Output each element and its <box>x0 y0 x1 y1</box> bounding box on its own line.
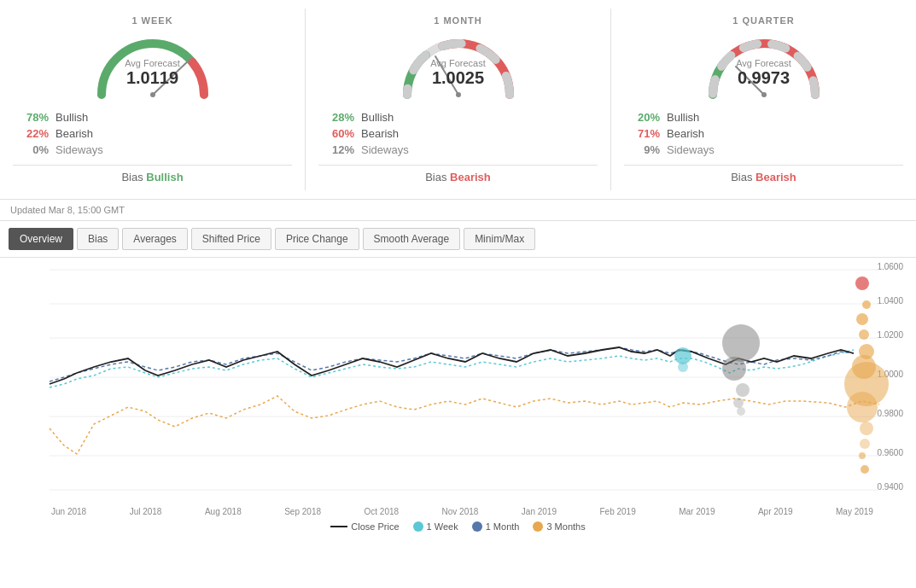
bias-1month: Bias Bearish <box>425 171 491 183</box>
gauge-label-1week: Avg Forecast <box>89 58 217 68</box>
bearish-row-1quarter: 71% Bearish <box>633 127 895 140</box>
bias-text-1month: Bias <box>425 171 450 183</box>
bearish-row-1week: 22% Bearish <box>21 127 283 140</box>
tab-price-change[interactable]: Price Change <box>275 228 359 250</box>
chart-wrapper: 1.0600 1.0400 1.0200 1.0000 0.9800 0.960… <box>9 258 907 505</box>
bearish-row-1month: 60% Bearish <box>327 127 589 140</box>
svg-point-5 <box>761 92 767 97</box>
bias-value-1month: Bearish <box>450 171 491 183</box>
svg-text:1.0400: 1.0400 <box>877 296 903 306</box>
legend-1week: 1 Week <box>413 521 458 532</box>
tab-smooth-average[interactable]: Smooth Average <box>363 228 461 250</box>
svg-point-34 <box>847 392 878 422</box>
tab-averages[interactable]: Averages <box>122 228 187 250</box>
svg-point-25 <box>733 398 744 408</box>
svg-point-27 <box>855 277 869 290</box>
svg-point-22 <box>722 324 760 362</box>
svg-point-23 <box>722 357 746 381</box>
x-axis-labels: Jun 2018 Jul 2018 Aug 2018 Sep 2018 Oct … <box>9 505 907 516</box>
x-label-feb2019: Feb 2019 <box>599 507 635 516</box>
legend-1week-label: 1 Week <box>427 521 458 532</box>
x-label-mar2019: Mar 2019 <box>679 507 715 516</box>
chart-legend: Close Price 1 Week 1 Month 3 Months <box>9 516 907 535</box>
svg-point-28 <box>862 300 871 309</box>
legend-1month-icon <box>472 521 482 532</box>
bullish-pct-1quarter: 20% <box>633 111 660 124</box>
x-label-jun2018: Jun 2018 <box>51 507 86 516</box>
svg-point-37 <box>859 452 866 459</box>
svg-text:1.0600: 1.0600 <box>877 262 903 271</box>
gauge-text-1week: Avg Forecast 1.0119 <box>89 58 217 88</box>
legend-close-price-icon <box>330 526 347 527</box>
bias-text-1week: Bias <box>121 171 146 183</box>
svg-point-35 <box>860 422 873 435</box>
gauge-text-1quarter: Avg Forecast 0.9973 <box>700 58 828 88</box>
svg-text:1.0200: 1.0200 <box>877 330 903 340</box>
gauge-text-1month: Avg Forecast 1.0025 <box>394 58 522 88</box>
tab-shifted-price[interactable]: Shifted Price <box>191 228 271 250</box>
tab-overview[interactable]: Overview <box>9 228 73 250</box>
legend-3months-icon <box>533 521 543 532</box>
gauge-value-1quarter: 0.9973 <box>700 68 828 88</box>
updated-bar: Updated Mar 8, 15:00 GMT <box>0 200 916 221</box>
gauge-1week: Avg Forecast 1.0119 <box>89 31 217 99</box>
legend-1month-label: 1 Month <box>486 521 520 532</box>
panel-1week: 1 WEEK Avg Forecast 1.0119 78% Bullis <box>0 9 306 190</box>
tab-minim-max[interactable]: Minim/Max <box>464 228 535 250</box>
tab-bar: Overview Bias Averages Shifted Price Pri… <box>0 221 916 258</box>
bearish-label-1week: Bearish <box>55 127 93 140</box>
period-label-1month: 1 MONTH <box>434 15 482 26</box>
svg-text:0.9800: 0.9800 <box>877 409 903 418</box>
chart-area: 1.0600 1.0400 1.0200 1.0000 0.9800 0.960… <box>0 258 916 535</box>
gauge-value-1week: 1.0119 <box>89 68 217 88</box>
bearish-label-1quarter: Bearish <box>667 127 704 140</box>
svg-text:0.9600: 0.9600 <box>877 448 903 457</box>
x-label-sep2018: Sep 2018 <box>284 507 321 516</box>
bullish-pct-1week: 78% <box>21 111 49 124</box>
sideways-row-1month: 12% Sideways <box>327 143 589 156</box>
bullish-row-1month: 28% Bullish <box>327 111 589 124</box>
panel-1quarter: 1 QUARTER Avg Forecast 0.9973 20% Bullis… <box>611 9 916 190</box>
x-label-nov2018: Nov 2018 <box>442 507 479 516</box>
legend-1month: 1 Month <box>472 521 520 532</box>
gauge-label-1month: Avg Forecast <box>394 58 522 68</box>
svg-text:0.9400: 0.9400 <box>877 482 903 492</box>
svg-point-3 <box>456 92 461 97</box>
x-label-oct2018: Oct 2018 <box>365 507 400 516</box>
x-label-jan2019: Jan 2019 <box>522 507 557 516</box>
x-label-may2019: May 2019 <box>836 507 873 516</box>
svg-point-1 <box>150 92 155 97</box>
x-label-apr2019: Apr 2019 <box>758 507 793 516</box>
sideways-pct-1month: 12% <box>327 143 354 156</box>
stats-1week: 78% Bullish 22% Bearish 0% Sideways <box>13 106 292 166</box>
bias-1quarter: Bias Bearish <box>731 171 796 183</box>
legend-1week-icon <box>413 521 423 532</box>
svg-point-21 <box>678 362 688 372</box>
period-label-1quarter: 1 QUARTER <box>732 15 795 26</box>
sideways-row-1quarter: 9% Sideways <box>633 143 895 156</box>
sideways-label-1month: Sideways <box>361 143 409 156</box>
bearish-pct-1month: 60% <box>327 127 354 140</box>
svg-point-29 <box>856 313 868 325</box>
x-label-aug2018: Aug 2018 <box>205 507 242 516</box>
legend-3months-label: 3 Months <box>546 521 585 532</box>
gauge-label-1quarter: Avg Forecast <box>700 58 828 68</box>
stats-1quarter: 20% Bullish 71% Bearish 9% Sideways <box>624 106 903 166</box>
bias-value-1quarter: Bearish <box>756 171 796 183</box>
sideways-pct-1quarter: 9% <box>633 143 660 156</box>
tab-bias[interactable]: Bias <box>77 228 119 250</box>
bearish-label-1month: Bearish <box>361 127 399 140</box>
svg-point-26 <box>737 407 745 416</box>
legend-3months: 3 Months <box>533 521 585 532</box>
sideways-row-1week: 0% Sideways <box>21 143 283 156</box>
bearish-pct-1quarter: 71% <box>633 127 660 140</box>
gauge-value-1month: 1.0025 <box>394 68 522 88</box>
bullish-label-1week: Bullish <box>55 111 88 124</box>
svg-point-24 <box>736 383 750 397</box>
sideways-label-1week: Sideways <box>55 143 103 156</box>
gauge-1quarter: Avg Forecast 0.9973 <box>700 31 828 99</box>
bullish-pct-1month: 28% <box>327 111 354 124</box>
svg-point-30 <box>859 329 869 340</box>
sideways-pct-1week: 0% <box>21 143 49 156</box>
bias-1week: Bias Bullish <box>121 171 183 183</box>
